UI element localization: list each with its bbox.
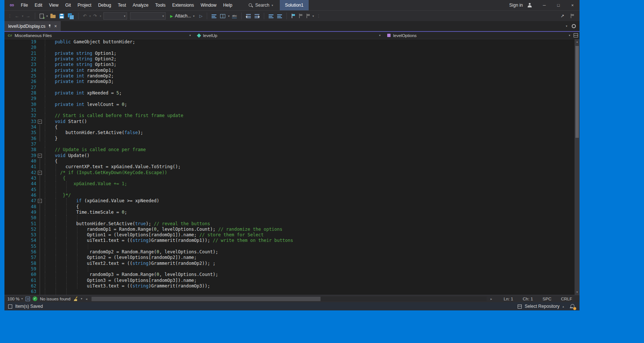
code-line[interactable]: 48 { <box>4 204 574 210</box>
code-line[interactable]: 60 randomOp3 = Random.Range(0, levelOpti… <box>4 272 574 277</box>
toolbar-grip[interactable]: ⋮ <box>7 14 12 19</box>
menu-test[interactable]: Test <box>114 0 129 10</box>
next-bookmark-icon[interactable] <box>305 14 311 18</box>
menu-git[interactable]: Git <box>62 0 74 10</box>
new-project-chevron-icon[interactable]: ▾ <box>46 14 48 18</box>
code-line[interactable]: 30 private int levelCount = 0; <box>4 102 574 107</box>
close-button[interactable]: × <box>565 0 580 10</box>
chevron-up-icon[interactable]: ▴ <box>562 305 564 308</box>
scroll-down-icon[interactable]: ▾ <box>575 290 580 295</box>
scroll-left-icon[interactable]: ◂ <box>85 297 88 301</box>
undo-icon[interactable]: ↶ <box>82 13 88 19</box>
code-line[interactable]: 32 // Start is called before the first f… <box>4 113 574 119</box>
new-project-icon[interactable] <box>39 14 45 19</box>
code-line[interactable]: 19 public GameObject buttonHider; <box>4 39 574 45</box>
fold-collapse-icon[interactable]: − <box>36 170 43 176</box>
share-icon[interactable]: ↗ <box>560 13 565 19</box>
code-line[interactable]: 40 { <box>4 159 574 164</box>
code-cleanup-icon[interactable] <box>73 296 78 302</box>
encoding-indicator[interactable]: SPC <box>542 297 551 301</box>
code-line[interactable]: 56 randomOp2 = Random.Range(0, levelOpti… <box>4 249 574 255</box>
increase-indent-icon[interactable] <box>253 14 260 18</box>
code-line[interactable]: 58 uiText2.text = ((string)Grammerit(ran… <box>4 261 574 266</box>
code-line[interactable]: 26 private int randomOp3; <box>4 79 574 84</box>
code-line[interactable]: 44 xpGained.Value += 1; <box>4 181 574 187</box>
undo-chevron-icon[interactable]: ▾ <box>89 14 91 18</box>
solution-name[interactable]: Solution1 <box>280 0 309 10</box>
maximize-button[interactable]: □ <box>551 0 565 10</box>
code-line[interactable]: 57 Option2 = (levelOptions[randomOp2]).n… <box>4 255 574 260</box>
select-repository-button[interactable]: Select Repository <box>525 304 560 309</box>
code-line[interactable]: 55 <box>4 244 574 249</box>
scroll-up-icon[interactable]: ▴ <box>575 39 580 44</box>
code-line[interactable]: 33− void Start() <box>4 119 574 124</box>
settings-gear-icon[interactable] <box>572 24 576 28</box>
code-line[interactable]: 63 <box>4 289 574 294</box>
search-box[interactable]: Search ▾ <box>245 1 276 9</box>
code-line[interactable]: 35 buttonHider.SetActive(false); <box>4 130 574 136</box>
code-line[interactable]: 20 <box>4 45 574 50</box>
close-tab-icon[interactable]: × <box>54 24 57 29</box>
bookmark-chevron-icon[interactable]: ▾ <box>312 14 314 18</box>
menu-view[interactable]: View <box>46 0 62 10</box>
project-dropdown[interactable]: C# Miscellaneous Files ▾ <box>4 32 194 39</box>
code-line[interactable]: 21 private string Option1; <box>4 51 574 56</box>
tab-levelupddisplay[interactable]: levelUpdDisplay.cs × <box>4 21 61 31</box>
feedback-icon[interactable] <box>569 14 575 18</box>
fold-collapse-icon[interactable]: − <box>36 198 43 204</box>
toolbar-overflow-icon[interactable]: ⋮ <box>315 14 321 19</box>
code-line[interactable]: 53 Option1 = (levelOptions[randomOp1]).n… <box>4 232 574 238</box>
code-editor[interactable]: 19 public GameObject buttonHider;2021 pr… <box>4 39 580 295</box>
configuration-dropdown[interactable]: ▾ <box>103 12 127 20</box>
code-line[interactable]: 45 <box>4 187 574 193</box>
code-line[interactable]: 54 uiText1.text = ((string)Grammerit(ran… <box>4 238 574 243</box>
menu-file[interactable]: File <box>17 0 31 10</box>
code-line[interactable]: 28 private int xpNeeded = 5; <box>4 90 574 96</box>
split-window-icon[interactable] <box>574 33 578 37</box>
code-line[interactable]: 46 }*/ <box>4 193 574 198</box>
save-all-icon[interactable] <box>67 13 75 19</box>
code-line[interactable]: 29 <box>4 96 574 101</box>
code-line[interactable]: 50 <box>4 215 574 221</box>
save-icon[interactable] <box>58 14 65 19</box>
navigate-back-chevron-icon[interactable]: ▾ <box>22 14 23 18</box>
comment-selection-icon[interactable] <box>268 14 275 18</box>
code-line[interactable]: 31 <box>4 107 574 113</box>
code-line[interactable]: 61 Option3 = (levelOptions[randomOp3]).n… <box>4 278 574 283</box>
code-line[interactable]: 38 // Update is called once per frame <box>4 147 574 153</box>
attach-button[interactable]: ▶ Attach... ▾ <box>168 13 197 19</box>
menu-help[interactable]: Help <box>220 0 236 10</box>
user-profile-icon[interactable] <box>527 3 532 8</box>
menu-tools[interactable]: Tools <box>152 0 169 10</box>
redo-icon[interactable]: ↷ <box>92 13 98 19</box>
solution-explorer-icon[interactable] <box>219 14 226 18</box>
platform-dropdown[interactable]: ▾ <box>130 12 166 20</box>
solution-explorer-chevron-icon[interactable]: ▾ <box>228 14 229 18</box>
navigate-back-icon[interactable]: ← <box>14 13 20 19</box>
line-ending-indicator[interactable]: CRLF <box>561 297 572 301</box>
open-folder-icon[interactable] <box>49 14 57 18</box>
code-line[interactable]: 25 private int randomOp2; <box>4 73 574 79</box>
notifications-button[interactable] <box>570 304 576 309</box>
toggle-bookmark-icon[interactable] <box>290 14 296 18</box>
horizontal-scrollbar[interactable] <box>92 297 487 301</box>
code-line[interactable]: 52 randomOp1 = Random.Range(0, levelOpti… <box>4 227 574 232</box>
sign-in-link[interactable]: Sign in <box>506 3 526 8</box>
code-line[interactable]: 51 buttonHider.SetActive(true); // revea… <box>4 221 574 227</box>
code-cleanup-chevron-icon[interactable]: ▾ <box>81 297 82 300</box>
menu-edit[interactable]: Edit <box>31 0 46 10</box>
start-without-debugging-icon[interactable]: ▷ <box>198 14 203 19</box>
redo-chevron-icon[interactable]: ▾ <box>100 14 101 18</box>
decrease-indent-icon[interactable] <box>245 14 252 18</box>
code-line[interactable]: 34 { <box>4 124 574 130</box>
code-line[interactable]: 41 currentXP.text = xpGained.Value.ToStr… <box>4 164 574 170</box>
spell-check-icon[interactable]: abc <box>231 14 238 18</box>
code-lines[interactable]: 19 public GameObject buttonHider;2021 pr… <box>4 39 574 295</box>
navigate-forward-icon[interactable]: → <box>25 13 31 19</box>
code-line[interactable]: 62 uiText3.text = ((string)Grammerit(ran… <box>4 283 574 289</box>
type-dropdown[interactable]: levelUp ▾ <box>194 32 384 39</box>
horizontal-scrollbar-thumb[interactable] <box>92 297 321 301</box>
zoom-control[interactable]: 100 % ▾ <box>7 297 23 301</box>
code-line[interactable]: 49 Time.timeScale = 0; <box>4 210 574 215</box>
find-in-files-icon[interactable] <box>210 14 218 18</box>
